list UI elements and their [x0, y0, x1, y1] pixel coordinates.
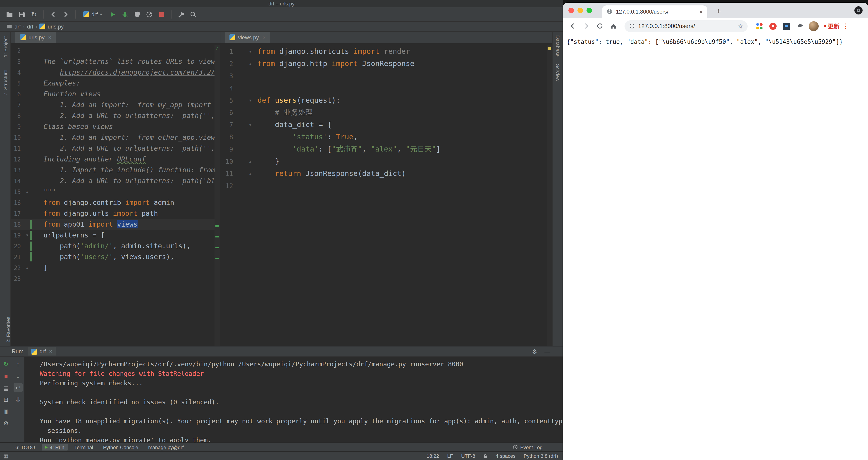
code-line[interactable]: return JsonResponse(data_dict) — [257, 167, 547, 179]
code-line[interactable]: from django.shortcuts import render — [257, 45, 547, 58]
lock-icon[interactable] — [483, 454, 487, 458]
back-icon[interactable] — [49, 9, 58, 19]
apps-grid-icon[interactable] — [754, 21, 765, 31]
close-icon[interactable]: × — [49, 348, 52, 355]
search-icon[interactable] — [188, 9, 198, 19]
code-line[interactable]: """ — [43, 186, 215, 197]
soft-wrap-icon[interactable]: ↩ — [13, 383, 23, 392]
code-line[interactable] — [257, 70, 547, 82]
close-icon[interactable]: × — [262, 34, 266, 40]
code-line[interactable]: Class-based views — [43, 121, 215, 132]
profiler-button[interactable] — [144, 9, 154, 19]
code-line[interactable]: The `urlpatterns` list routes URLs to vi… — [43, 56, 215, 67]
code-line[interactable]: path('users/', views.users), — [43, 252, 215, 262]
toolwindow-todo[interactable]: 6: TODO — [12, 444, 39, 450]
code-line[interactable] — [257, 82, 547, 94]
forward-icon[interactable] — [580, 20, 592, 32]
minimize-window-button[interactable] — [578, 8, 583, 13]
close-window-button[interactable] — [568, 8, 574, 13]
tab-urls-py[interactable]: urls.py × — [16, 32, 56, 43]
fold-marker-icon[interactable]: ▴ — [25, 265, 30, 270]
fold-marker-icon[interactable]: ▴ — [248, 159, 253, 164]
toolwindow-switcher-icon[interactable]: ▦ — [2, 453, 10, 459]
zoom-window-button[interactable] — [587, 8, 592, 13]
fold-marker-icon[interactable]: ▴ — [248, 171, 253, 176]
sidebar-item-sciview[interactable]: SciView — [555, 64, 560, 81]
sidebar-item-favorites[interactable]: 2: Favorites — [5, 317, 11, 342]
clear-console-icon[interactable]: ⊘ — [2, 418, 11, 427]
toolwindow-python-console[interactable]: Python Console — [99, 444, 142, 450]
rerun-button[interactable]: ↻ — [2, 360, 11, 369]
editor-code[interactable]: The `urlpatterns` list routes URLs to vi… — [32, 45, 215, 346]
forward-icon[interactable] — [61, 9, 71, 19]
toolwindow-manage-py[interactable]: manage.py@drf — [145, 444, 187, 450]
code-line[interactable]: Examples: — [43, 78, 215, 89]
code-line[interactable]: ] — [43, 262, 215, 273]
new-tab-button[interactable]: + — [713, 6, 724, 17]
puzzle-extensions-icon[interactable] — [795, 21, 806, 31]
code-line[interactable]: data_dict = { — [257, 119, 547, 131]
code-line[interactable] — [43, 45, 215, 56]
adblock-extension-icon[interactable] — [768, 21, 778, 31]
run-config-selector[interactable]: drf ▾ — [80, 10, 105, 18]
home-icon[interactable] — [607, 20, 619, 32]
code-line[interactable]: from app01 import views — [32, 219, 215, 230]
save-icon[interactable] — [17, 9, 27, 19]
address-bar[interactable]: 127.0.0.1:8000/users/ ☆ — [624, 20, 748, 32]
code-line[interactable]: def users(request): — [257, 94, 547, 106]
code-line[interactable]: Including another URLconf — [43, 154, 215, 165]
code-line[interactable]: from django.urls import path — [43, 208, 215, 219]
code-line[interactable]: 1. Import the include() function: from d… — [43, 165, 215, 175]
line-separator[interactable]: LF — [447, 453, 453, 459]
wrench-icon[interactable] — [176, 9, 186, 19]
edit-config-icon[interactable]: ⊞ — [2, 395, 11, 404]
fold-marker-icon[interactable]: ▾ — [248, 122, 253, 127]
run-tab-drf[interactable]: drf × — [28, 348, 56, 356]
fold-marker-icon[interactable]: ▾ — [248, 49, 253, 54]
toolwindow-terminal[interactable]: Terminal — [71, 444, 97, 450]
run-button[interactable] — [107, 9, 118, 19]
code-line[interactable]: Function views — [43, 89, 215, 99]
open-folder-icon[interactable] — [4, 9, 14, 19]
editor-code[interactable]: from django.shortcuts import renderfrom … — [255, 45, 547, 346]
breadcrumb-item[interactable]: urls.py — [48, 23, 64, 30]
close-icon[interactable]: × — [48, 34, 51, 40]
code-line[interactable]: # 业务处理 — [257, 106, 547, 119]
fold-marker-icon[interactable]: ▾ — [25, 233, 30, 237]
scroll-down-icon[interactable]: ↓ — [13, 371, 23, 381]
media-controls-icon[interactable] — [855, 6, 863, 14]
interpreter-setting[interactable]: Python 3.8 (drf) — [524, 453, 558, 459]
caret-position[interactable]: 18:22 — [427, 453, 439, 459]
code-line[interactable]: 'status': True, — [257, 131, 547, 143]
inspection-stripe[interactable] — [547, 45, 552, 346]
gear-icon[interactable]: ⚙ — [532, 348, 537, 355]
code-line[interactable]: urlpatterns = [ — [43, 230, 215, 241]
site-info-icon[interactable] — [629, 23, 635, 29]
file-encoding[interactable]: UTF-8 — [461, 453, 475, 459]
code-line[interactable]: 'data': ["武沛齐", "alex", "元日天"] — [257, 143, 547, 155]
sync-icon[interactable]: ↻ — [29, 9, 39, 19]
code-line[interactable] — [43, 273, 215, 284]
tab-views-py[interactable]: views.py × — [225, 32, 270, 43]
dark-extension-icon[interactable] — [781, 21, 792, 31]
code-line[interactable]: 2. Add a URL to urlpatterns: path('', Ho… — [43, 143, 215, 154]
code-line[interactable]: 2. Add a URL to urlpatterns: path('', vi… — [43, 110, 215, 121]
sidebar-item-structure[interactable]: 7: Structure — [2, 70, 8, 96]
code-line[interactable]: 2. Add a URL to urlpatterns: path('blog/… — [43, 175, 215, 186]
avatar[interactable] — [808, 21, 819, 31]
code-line[interactable]: from django.http import JsonResponse — [257, 58, 547, 70]
event-log-button[interactable]: Event Log — [520, 445, 542, 450]
code-line[interactable] — [257, 179, 547, 192]
url-text[interactable]: 127.0.0.1:8000/users/ — [638, 23, 734, 29]
code-line[interactable]: 1. Add an import: from other_app.views i… — [43, 132, 215, 143]
code-line[interactable]: path('admin/', admin.site.urls), — [43, 241, 215, 252]
pycharm-title-bar[interactable]: drf – urls.py — [0, 0, 563, 7]
code-line[interactable]: } — [257, 155, 547, 167]
coverage-button[interactable] — [132, 9, 142, 19]
kebab-menu-icon[interactable]: ⋮ — [842, 22, 849, 30]
run-console[interactable]: /Users/wupeiqi/PycharmProjects/drf/.venv… — [25, 357, 563, 442]
fold-marker-icon[interactable]: ▴ — [25, 190, 30, 194]
toolwindow-run[interactable]: ▶ 4: Run — [41, 444, 68, 450]
code-line[interactable]: https://docs.djangoproject.com/en/3.2/to… — [43, 67, 215, 78]
restart-server-icon[interactable]: ▤ — [2, 383, 11, 392]
